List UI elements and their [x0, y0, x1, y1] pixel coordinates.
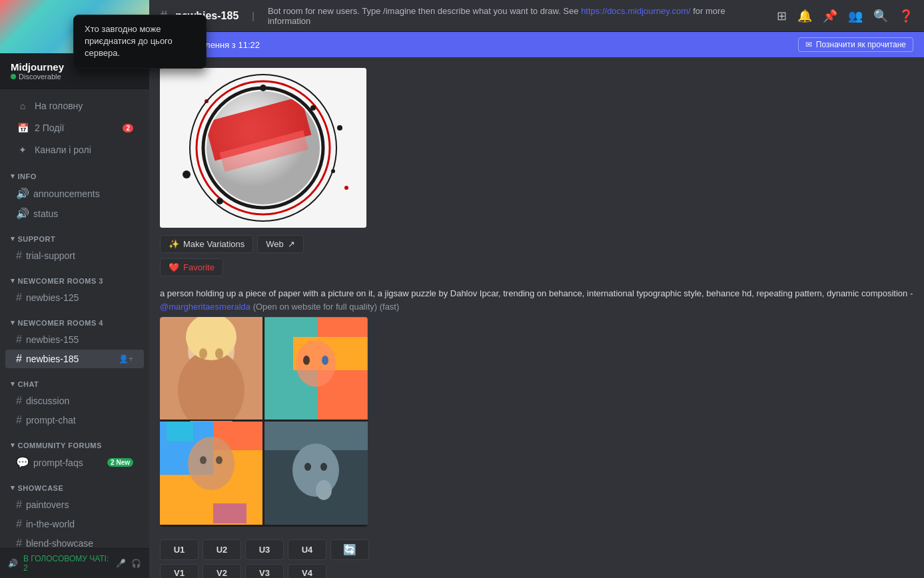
favorite-button[interactable]: ❤️ Favorite — [160, 258, 223, 276]
section-support[interactable]: ▾ SUPPORT — [0, 224, 149, 246]
u4-button[interactable]: U4 — [288, 539, 326, 560]
svg-point-14 — [217, 198, 223, 204]
question-icon[interactable]: ❓ — [899, 9, 913, 23]
server-tooltip: Хто завгодно може приєднатися до цього с… — [73, 15, 207, 69]
sidebar-item-paintovers[interactable]: # paintovers — [5, 495, 144, 514]
sidebar-item-status[interactable]: 🔊 status — [5, 204, 144, 223]
discoverable-dot — [11, 74, 16, 79]
channels-roles-icon: ✦ — [16, 143, 29, 156]
prompt-user-1[interactable]: @margheritaesmeralda — [160, 302, 250, 312]
sidebar-item-newbies-155[interactable]: # newbies-155 — [5, 330, 144, 349]
image1-action-buttons: ✨ Make Variations Web ↗ — [160, 235, 913, 253]
headphones-icon[interactable]: 🎧 — [131, 559, 141, 568]
section-community[interactable]: ▾ COMMUNITY FORUMS — [0, 430, 149, 452]
svg-point-38 — [292, 443, 339, 497]
section-collapse-icon-7: ▾ — [11, 483, 15, 492]
sidebar-item-blend-showcase[interactable]: # blend-showcase — [5, 534, 144, 548]
svg-rect-34 — [167, 422, 193, 441]
v-buttons-row: V1 V2 V3 V4 — [160, 564, 913, 578]
u-buttons-row: U1 U2 U3 U4 🔄 — [160, 539, 913, 560]
orb-svg-decoration — [160, 68, 366, 228]
person-add-icon[interactable]: 👥 — [848, 9, 863, 23]
sidebar-item-prompt-faqs[interactable]: 💬 prompt-faqs 2 New — [5, 453, 144, 472]
hashtag-icon-8: # — [16, 518, 22, 530]
prompt-faqs-badge: 2 New — [107, 458, 133, 467]
u3-button[interactable]: U3 — [245, 539, 284, 560]
section-collapse-icon-4: ▾ — [11, 318, 15, 327]
events-icon: 📅 — [16, 121, 29, 135]
section-collapse-icon: ▾ — [11, 172, 15, 180]
refresh-button[interactable]: 🔄 — [330, 539, 369, 560]
hashtag-icon-2: # — [16, 292, 22, 304]
hashtag-icon-4: # — [16, 353, 22, 365]
user-add-icon[interactable]: 👤+ — [119, 354, 133, 364]
header-actions: ⊞ 🔔 📌 👥 🔍 ❓ — [777, 9, 913, 23]
svg-point-2 — [337, 125, 342, 131]
svg-point-20 — [199, 348, 207, 359]
events-badge: 2 — [123, 124, 133, 133]
mic-icon[interactable]: 🎤 — [116, 559, 126, 568]
svg-point-15 — [331, 169, 335, 173]
svg-point-13 — [310, 105, 316, 111]
svg-point-40 — [320, 463, 327, 471]
prompt-text-1: a person holding up a piece of paper wit… — [160, 287, 913, 313]
v1-button[interactable]: V1 — [160, 564, 199, 578]
make-variations-button[interactable]: ✨ Make Variations — [160, 235, 253, 253]
section-newcomer4[interactable]: ▾ NEWCOMER ROOMS 4 — [0, 308, 149, 330]
bell-slash-icon[interactable]: 🔔 — [797, 9, 812, 23]
home-icon: ⌂ — [16, 99, 29, 113]
sidebar-item-newbies-185[interactable]: # newbies-185 👤+ — [5, 350, 144, 368]
heart-icon: ❤️ — [169, 262, 179, 272]
mark-read-button[interactable]: ✉ Позначити як прочитане — [798, 37, 913, 52]
u2-button[interactable]: U2 — [203, 539, 241, 560]
voice-status-bar: 🔊 В ГОЛОСОВОМУ ЧАТІ: 2 🎤 🎧 — [0, 548, 149, 578]
message-block-2: a person holding up a piece of paper wit… — [160, 287, 913, 578]
hashtag-icon-3: # — [16, 334, 22, 346]
hash-header-icon[interactable]: ⊞ — [777, 9, 787, 23]
svg-point-21 — [215, 348, 223, 359]
v2-button[interactable]: V2 — [203, 564, 241, 578]
section-chat[interactable]: ▾ CHAT — [0, 369, 149, 391]
prompt-meta-1: (Open on website for full quality) (fast… — [253, 302, 400, 312]
svg-point-27 — [322, 356, 328, 365]
section-collapse-icon-5: ▾ — [11, 380, 15, 388]
sidebar-item-prompt-chat[interactable]: # prompt-chat — [5, 411, 144, 430]
text-channel-icon: 🔊 — [16, 187, 29, 200]
hashtag-icon-7: # — [16, 499, 22, 511]
u1-button[interactable]: U1 — [160, 539, 199, 560]
section-newcomer3[interactable]: ▾ NEWCOMER ROOMS 3 — [0, 266, 149, 288]
hashtag-icon-6: # — [16, 414, 22, 426]
sidebar-item-in-the-world[interactable]: # in-the-world — [5, 515, 144, 533]
svg-point-39 — [304, 463, 311, 471]
svg-point-41 — [316, 480, 332, 500]
sidebar: Midjourney Discoverable ⌂ На головну 📅 2… — [0, 0, 149, 578]
sidebar-item-announcements[interactable]: 🔊 announcements — [5, 184, 144, 203]
section-info[interactable]: ▾ INFO — [0, 161, 149, 183]
hashtag-icon-9: # — [16, 537, 22, 548]
v4-button[interactable]: V4 — [288, 564, 326, 578]
sidebar-item-discussion[interactable]: # discussion — [5, 392, 144, 410]
svg-point-33 — [216, 456, 223, 464]
sidebar-item-events[interactable]: 📅 2 Події 2 — [5, 117, 144, 139]
svg-point-32 — [200, 456, 207, 464]
channel-header: # newbies-185 | Bot room for new users. … — [149, 0, 924, 32]
envelope-icon: ✉ — [805, 40, 812, 49]
generated-image-container-1 — [160, 68, 366, 228]
channel-description: Bot room for new users. Type /imagine th… — [268, 6, 769, 26]
pin-icon[interactable]: 📌 — [823, 9, 837, 23]
sidebar-item-channels[interactable]: ✦ Канали і ролі — [5, 139, 144, 160]
notification-bar: ↑ х повідомлення з 11:22 ✉ Позначити як … — [149, 32, 924, 57]
svg-point-4 — [344, 186, 348, 190]
forum-icon: 💬 — [16, 456, 29, 469]
sidebar-item-trial-support[interactable]: # trial-support — [5, 246, 144, 265]
v3-button[interactable]: V3 — [245, 564, 284, 578]
section-showcase[interactable]: ▾ SHOWCASE — [0, 473, 149, 495]
svg-point-18 — [178, 350, 244, 430]
sidebar-item-newbies-125[interactable]: # newbies-125 — [5, 288, 144, 307]
svg-point-26 — [303, 356, 310, 365]
midjourney-link[interactable]: https://docs.midjourney.com/ — [581, 6, 691, 16]
tooltip-text: Хто завгодно може приєднатися до цього с… — [85, 23, 195, 60]
search-icon[interactable]: 🔍 — [873, 9, 888, 23]
sidebar-item-home[interactable]: ⌂ На головну — [5, 95, 144, 117]
web-button[interactable]: Web ↗ — [257, 235, 304, 253]
